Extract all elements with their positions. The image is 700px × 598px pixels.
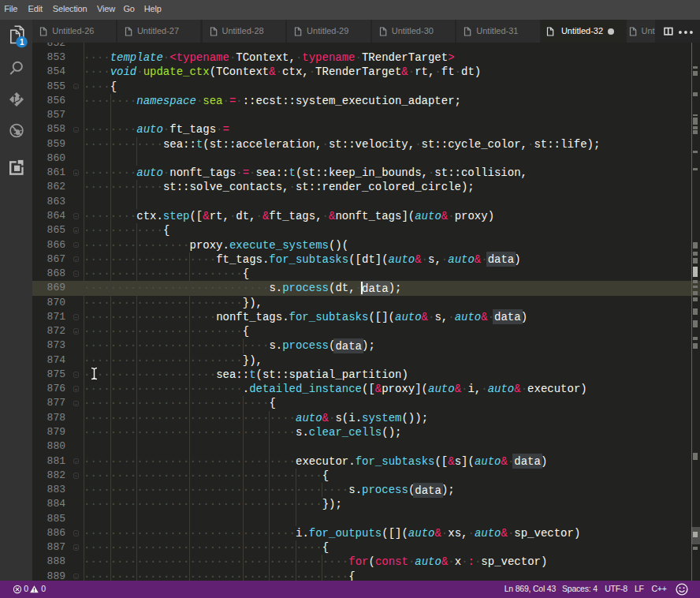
svg-text:1: 1 [20,38,24,47]
